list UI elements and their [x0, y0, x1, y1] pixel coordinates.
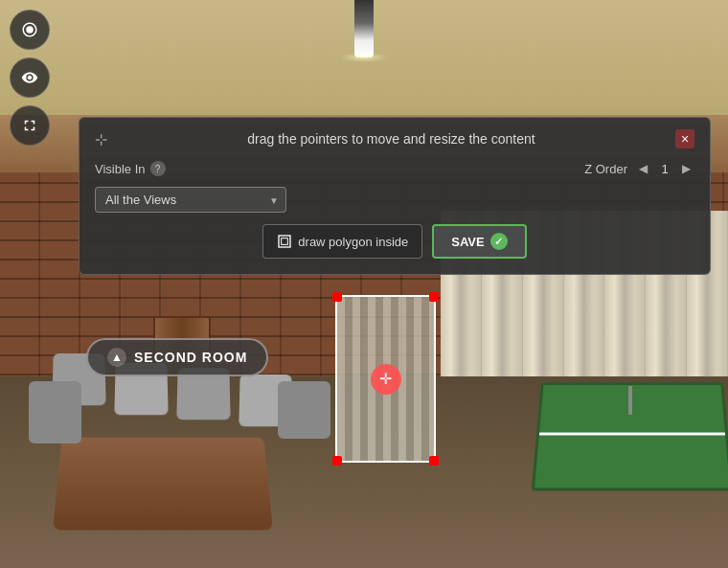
expand-button[interactable]	[10, 105, 50, 146]
eye-button[interactable]	[10, 57, 50, 98]
table	[53, 438, 273, 531]
svg-rect-1	[279, 236, 290, 247]
arrow-up-icon: ▲	[107, 348, 126, 367]
second-room-button[interactable]: ▲ SECOND ROOM	[86, 338, 268, 376]
sidebar-icons	[10, 10, 50, 146]
net	[539, 433, 725, 436]
polygon-icon	[277, 234, 292, 249]
draw-polygon-button[interactable]: draw polygon inside	[262, 224, 422, 259]
content-box[interactable]: ✛	[335, 295, 436, 463]
ceiling-light	[354, 0, 374, 57]
content-box-inner: ✛	[337, 297, 434, 461]
drag-handle-icon[interactable]: ⊹	[95, 130, 107, 148]
dialog-header: ⊹ drag the pointers to move and resize t…	[95, 129, 694, 148]
save-button[interactable]: SAVE ✓	[432, 224, 526, 259]
chair	[278, 381, 330, 439]
camera-icon	[21, 21, 38, 38]
z-order-nav: ◀ 1 ▶	[635, 160, 694, 177]
close-button[interactable]: ×	[675, 129, 694, 148]
views-select-wrapper: All the Views View 1 View 2 View 3	[95, 187, 286, 213]
z-order-label: Z Order	[584, 162, 627, 176]
resize-handle-tl[interactable]	[332, 292, 342, 302]
expand-icon	[21, 117, 38, 134]
visible-in-section: Visible In ?	[95, 161, 166, 176]
move-handle-icon[interactable]: ✛	[371, 364, 401, 395]
views-select[interactable]: All the Views View 1 View 2 View 3	[95, 187, 286, 213]
dialog-actions: draw polygon inside SAVE ✓	[95, 224, 694, 259]
dialog: ⊹ drag the pointers to move and resize t…	[79, 117, 711, 275]
z-prev-button[interactable]: ◀	[635, 160, 651, 177]
views-select-row: All the Views View 1 View 2 View 3	[95, 187, 694, 213]
resize-handle-bl[interactable]	[332, 456, 342, 466]
visible-in-label: Visible In	[95, 162, 146, 176]
z-order-section: Z Order ◀ 1 ▶	[584, 160, 694, 177]
resize-handle-tr[interactable]	[429, 292, 439, 302]
room-label-text: SECOND ROOM	[134, 350, 247, 365]
z-next-button[interactable]: ▶	[678, 160, 694, 177]
dialog-title: drag the pointers to move and resize the…	[107, 131, 675, 147]
z-order-value: 1	[655, 162, 674, 176]
save-check-icon: ✓	[490, 233, 508, 250]
svg-point-0	[26, 26, 34, 34]
eye-icon	[21, 69, 38, 86]
dialog-controls-row: Visible In ? Z Order ◀ 1 ▶	[95, 160, 694, 177]
resize-handle-br[interactable]	[429, 456, 439, 466]
chair	[29, 381, 81, 443]
save-label: SAVE	[451, 235, 484, 249]
net-post	[628, 386, 632, 415]
svg-rect-2	[282, 239, 288, 245]
help-icon[interactable]: ?	[150, 161, 166, 176]
camera-icon-button[interactable]	[10, 10, 50, 50]
